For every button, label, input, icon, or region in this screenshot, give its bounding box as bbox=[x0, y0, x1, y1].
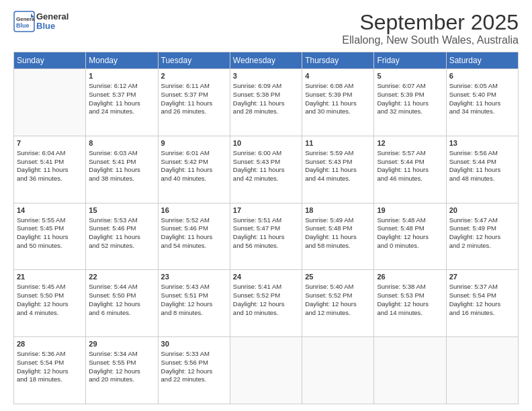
day-number: 8 bbox=[89, 138, 154, 148]
day-info: Daylight: 11 hours bbox=[377, 166, 443, 175]
day-info: Sunset: 5:44 PM bbox=[377, 158, 443, 167]
day-info: Daylight: 12 hours bbox=[89, 367, 154, 376]
day-info: and 12 minutes. bbox=[305, 309, 371, 318]
day-info: Sunset: 5:55 PM bbox=[89, 359, 154, 367]
calendar-cell: 1Sunrise: 6:12 AMSunset: 5:37 PMDaylight… bbox=[86, 69, 158, 136]
day-info: and 56 minutes. bbox=[233, 242, 299, 250]
day-info: Sunset: 5:52 PM bbox=[233, 291, 299, 300]
day-info: Sunset: 5:56 PM bbox=[161, 359, 227, 367]
day-info: Sunset: 5:41 PM bbox=[89, 158, 154, 167]
calendar-cell: 3Sunrise: 6:09 AMSunset: 5:38 PMDaylight… bbox=[230, 69, 302, 136]
day-number: 13 bbox=[449, 138, 515, 148]
calendar-table: SundayMondayTuesdayWednesdayThursdayFrid… bbox=[13, 52, 519, 404]
calendar-cell: 16Sunrise: 5:52 AMSunset: 5:46 PMDayligh… bbox=[158, 203, 230, 270]
calendar-cell: 26Sunrise: 5:38 AMSunset: 5:53 PMDayligh… bbox=[374, 270, 446, 337]
calendar-week-3: 14Sunrise: 5:55 AMSunset: 5:45 PMDayligh… bbox=[14, 203, 519, 270]
day-info: Sunrise: 6:01 AM bbox=[161, 149, 227, 158]
calendar-cell: 4Sunrise: 6:08 AMSunset: 5:39 PMDaylight… bbox=[302, 69, 374, 136]
day-number: 3 bbox=[233, 71, 299, 81]
day-info: and 22 minutes. bbox=[161, 375, 227, 384]
day-info: Sunrise: 5:45 AM bbox=[17, 283, 83, 291]
calendar-cell: 29Sunrise: 5:34 AMSunset: 5:55 PMDayligh… bbox=[86, 337, 158, 404]
calendar-header-row: SundayMondayTuesdayWednesdayThursdayFrid… bbox=[14, 52, 519, 69]
day-info: Sunrise: 5:52 AM bbox=[161, 216, 227, 225]
day-info: and 20 minutes. bbox=[89, 375, 154, 384]
day-number: 26 bbox=[377, 272, 443, 282]
day-info: Sunrise: 5:33 AM bbox=[161, 350, 227, 359]
day-info: Sunrise: 5:51 AM bbox=[233, 216, 299, 225]
day-info: Sunset: 5:53 PM bbox=[377, 291, 443, 300]
calendar-cell: 14Sunrise: 5:55 AMSunset: 5:45 PMDayligh… bbox=[14, 203, 86, 270]
calendar-cell: 11Sunrise: 5:59 AMSunset: 5:43 PMDayligh… bbox=[302, 136, 374, 203]
day-info: Sunrise: 5:38 AM bbox=[377, 283, 443, 291]
calendar-cell: 8Sunrise: 6:03 AMSunset: 5:41 PMDaylight… bbox=[86, 136, 158, 203]
day-info: Sunrise: 5:55 AM bbox=[17, 216, 83, 225]
day-info: Sunset: 5:47 PM bbox=[233, 224, 299, 233]
day-info: Sunrise: 6:05 AM bbox=[449, 82, 515, 91]
day-info: and 26 minutes. bbox=[161, 107, 227, 116]
day-info: Sunrise: 5:34 AM bbox=[89, 350, 154, 359]
day-info: Sunset: 5:50 PM bbox=[89, 291, 154, 300]
day-info: and 28 minutes. bbox=[233, 107, 299, 116]
day-info: Daylight: 11 hours bbox=[89, 99, 154, 108]
calendar-header-tuesday: Tuesday bbox=[158, 52, 230, 69]
day-info: Sunrise: 5:59 AM bbox=[305, 149, 371, 158]
day-info: Sunrise: 5:56 AM bbox=[449, 149, 515, 158]
calendar-cell: 28Sunrise: 5:36 AMSunset: 5:54 PMDayligh… bbox=[14, 337, 86, 404]
day-info: Daylight: 11 hours bbox=[17, 166, 83, 175]
header: General Blue General Blue September 2025… bbox=[13, 11, 519, 46]
day-info: Sunset: 5:49 PM bbox=[449, 224, 515, 233]
day-info: Sunset: 5:48 PM bbox=[377, 224, 443, 233]
day-info: Sunrise: 6:07 AM bbox=[377, 82, 443, 91]
day-info: Daylight: 12 hours bbox=[233, 300, 299, 309]
day-number: 6 bbox=[449, 71, 515, 81]
calendar-cell: 21Sunrise: 5:45 AMSunset: 5:50 PMDayligh… bbox=[14, 270, 86, 337]
svg-text:Blue: Blue bbox=[16, 22, 30, 29]
day-number: 16 bbox=[161, 205, 227, 216]
calendar-cell: 10Sunrise: 6:00 AMSunset: 5:43 PMDayligh… bbox=[230, 136, 302, 203]
day-info: Sunset: 5:45 PM bbox=[17, 224, 83, 233]
day-number: 18 bbox=[305, 205, 371, 216]
calendar-cell: 25Sunrise: 5:40 AMSunset: 5:52 PMDayligh… bbox=[302, 270, 374, 337]
day-info: Sunset: 5:41 PM bbox=[17, 158, 83, 167]
day-number: 29 bbox=[89, 339, 154, 349]
day-info: and 30 minutes. bbox=[305, 107, 371, 116]
day-info: Sunrise: 5:53 AM bbox=[89, 216, 154, 225]
day-info: Sunset: 5:43 PM bbox=[305, 158, 371, 167]
day-info: Daylight: 11 hours bbox=[161, 99, 227, 108]
day-info: and 50 minutes. bbox=[17, 242, 83, 250]
day-number: 10 bbox=[233, 138, 299, 148]
day-info: and 42 minutes. bbox=[233, 175, 299, 183]
day-info: Sunrise: 5:40 AM bbox=[305, 283, 371, 291]
day-info: Sunset: 5:54 PM bbox=[449, 291, 515, 300]
day-info: Daylight: 11 hours bbox=[449, 99, 515, 108]
logo-blue: Blue bbox=[36, 21, 69, 31]
calendar-cell: 5Sunrise: 6:07 AMSunset: 5:39 PMDaylight… bbox=[374, 69, 446, 136]
day-info: Daylight: 12 hours bbox=[449, 233, 515, 242]
day-info: Daylight: 11 hours bbox=[233, 166, 299, 175]
day-info: Sunrise: 5:47 AM bbox=[449, 216, 515, 225]
calendar-cell: 12Sunrise: 5:57 AMSunset: 5:44 PMDayligh… bbox=[374, 136, 446, 203]
day-info: Sunrise: 5:36 AM bbox=[17, 350, 83, 359]
logo-text: General Blue bbox=[36, 12, 69, 32]
day-info: and 40 minutes. bbox=[161, 175, 227, 183]
day-info: and 48 minutes. bbox=[449, 175, 515, 183]
calendar-title: September 2025 bbox=[342, 11, 519, 34]
day-info: and 54 minutes. bbox=[161, 242, 227, 250]
day-info: Sunrise: 5:43 AM bbox=[161, 283, 227, 291]
day-info: and 10 minutes. bbox=[233, 309, 299, 318]
day-info: and 16 minutes. bbox=[449, 309, 515, 318]
calendar-cell: 2Sunrise: 6:11 AMSunset: 5:37 PMDaylight… bbox=[158, 69, 230, 136]
day-info: Daylight: 11 hours bbox=[233, 233, 299, 242]
calendar-cell: 19Sunrise: 5:48 AMSunset: 5:48 PMDayligh… bbox=[374, 203, 446, 270]
day-info: Daylight: 11 hours bbox=[89, 166, 154, 175]
day-info: Daylight: 12 hours bbox=[161, 300, 227, 309]
calendar-cell bbox=[14, 69, 86, 136]
page: General Blue General Blue September 2025… bbox=[0, 0, 532, 411]
calendar-cell: 6Sunrise: 6:05 AMSunset: 5:40 PMDaylight… bbox=[446, 69, 518, 136]
day-info: Daylight: 12 hours bbox=[161, 367, 227, 376]
calendar-cell: 13Sunrise: 5:56 AMSunset: 5:44 PMDayligh… bbox=[446, 136, 518, 203]
day-info: Sunrise: 6:11 AM bbox=[161, 82, 227, 91]
day-info: Daylight: 11 hours bbox=[305, 99, 371, 108]
day-info: Sunset: 5:38 PM bbox=[233, 91, 299, 99]
